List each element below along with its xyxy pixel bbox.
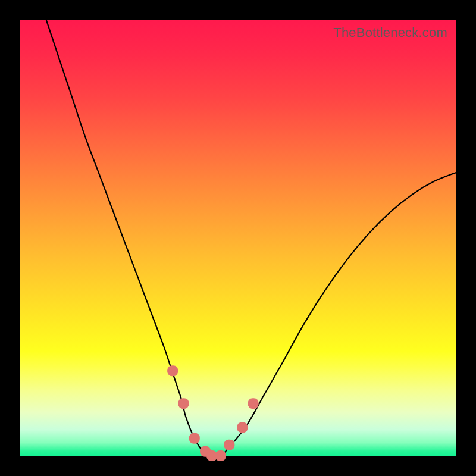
plot-area: TheBottleneck.com [20, 20, 456, 456]
highlight-markers [167, 365, 258, 461]
highlight-marker [189, 433, 200, 444]
highlight-marker [248, 398, 259, 409]
bottleneck-curve [46, 20, 456, 456]
chart-frame: TheBottleneck.com [0, 0, 476, 476]
highlight-marker [178, 398, 189, 409]
highlight-marker [237, 422, 248, 433]
chart-svg [20, 20, 456, 456]
highlight-marker [167, 365, 178, 376]
highlight-marker [215, 450, 226, 461]
highlight-marker [224, 440, 234, 450]
